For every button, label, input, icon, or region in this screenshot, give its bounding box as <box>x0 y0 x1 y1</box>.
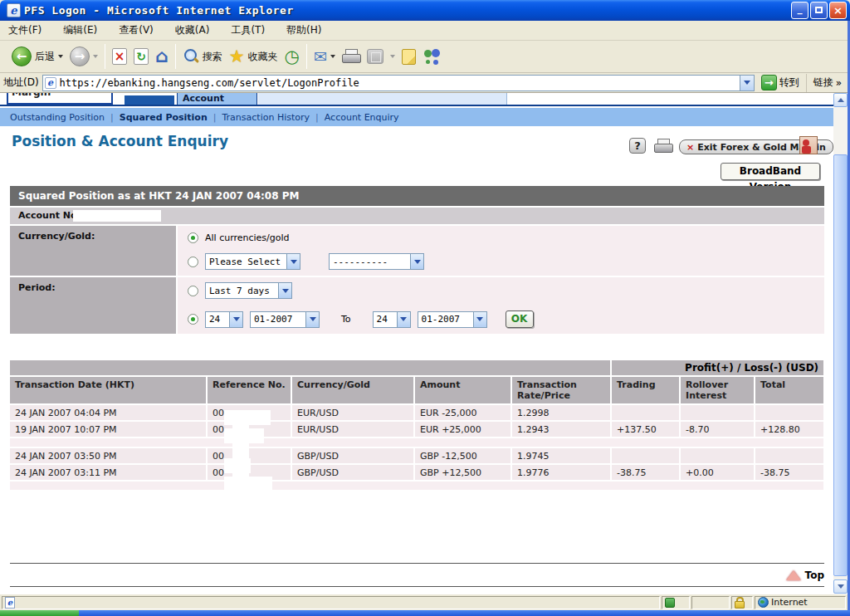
links-menu[interactable]: 链接 » <box>806 74 847 92</box>
account-number-row: Account No.: <box>10 208 824 224</box>
logout-door-icon[interactable] <box>799 136 818 154</box>
subnav-bar: Outstanding Position | Squared Position … <box>0 108 833 126</box>
menu-tools[interactable]: 工具(T) <box>231 23 265 37</box>
redaction-box <box>224 477 272 491</box>
from-month-select[interactable]: 01-2007 <box>250 311 320 328</box>
scroll-down-button[interactable] <box>833 579 848 594</box>
cell-amount: EUR -25,000 <box>415 405 512 422</box>
edit-note-button[interactable] <box>402 49 416 65</box>
profit-loss-header: Profit(+) / Loss(-) (USD) <box>612 360 825 377</box>
home-button[interactable]: ⌂ <box>155 47 169 66</box>
links-chevron-icon: » <box>836 77 842 89</box>
cell-total <box>755 448 825 465</box>
history-icon: ◷ <box>285 46 300 66</box>
search-icon <box>183 48 199 65</box>
mail-button[interactable]: ✉ <box>314 48 335 65</box>
address-dropdown-button[interactable] <box>740 76 754 90</box>
back-button[interactable]: ← 后退 <box>12 46 63 66</box>
address-label: 地址(D) <box>3 76 39 90</box>
cell-amount: EUR +25,000 <box>415 422 512 438</box>
to-month-select[interactable]: 01-2007 <box>418 311 487 328</box>
tab-account-enquiry[interactable]: Account Enquiry <box>177 93 257 105</box>
taskbar-edge <box>79 610 850 616</box>
top-link[interactable]: Top <box>10 566 824 584</box>
search-button[interactable]: 搜索 <box>183 48 222 65</box>
back-dropdown-icon[interactable] <box>58 55 63 58</box>
refresh-button[interactable]: ↻ <box>134 48 149 65</box>
print-page-button[interactable] <box>654 139 672 154</box>
last7-select[interactable]: Last 7 days <box>205 282 292 299</box>
messenger-button[interactable] <box>423 48 442 65</box>
cell-rate: 1.2998 <box>512 405 612 422</box>
chevron-down-icon[interactable] <box>286 254 300 269</box>
from-day-select[interactable]: 24 <box>205 311 243 328</box>
col-amount: Amount <box>415 377 512 405</box>
help-button[interactable]: ? <box>629 138 646 154</box>
top-arrow-icon <box>786 570 801 580</box>
status-zone-pane: Internet <box>755 596 846 609</box>
title-bar[interactable]: e PFS Logon - Microsoft Internet Explore… <box>0 0 850 21</box>
chevron-down-icon[interactable] <box>410 254 423 269</box>
subnav-squared-position[interactable]: Squared Position <box>120 112 208 123</box>
all-currencies-radio[interactable] <box>188 232 198 243</box>
tab-solid[interactable] <box>125 95 174 105</box>
lock-icon <box>735 597 744 608</box>
tab-margin-clipped[interactable]: Margin <box>7 93 113 105</box>
cell-rollover <box>681 405 755 422</box>
cell-rollover: +0.00 <box>681 465 755 482</box>
history-button[interactable]: ◷ <box>285 48 300 66</box>
stop-button[interactable]: × <box>112 48 127 65</box>
vertical-scrollbar[interactable] <box>833 93 848 594</box>
last7-select-value: Last 7 days <box>206 286 278 296</box>
taskbar-sliver[interactable] <box>0 610 850 616</box>
cell-date: 24 JAN 2007 04:04 PM <box>10 405 208 422</box>
links-label: 链接 <box>813 76 833 90</box>
subnav-account-enquiry[interactable]: Account Enquiry <box>325 112 399 123</box>
home-icon: ⌂ <box>155 46 169 66</box>
restore-button[interactable] <box>810 2 828 19</box>
col-rollover-interest: Rollover Interest <box>681 377 755 405</box>
go-button[interactable]: → 转到 <box>758 75 803 90</box>
chevron-down-icon[interactable] <box>473 312 486 327</box>
ok-button[interactable]: OK <box>506 310 534 328</box>
mail-icon: ✉ <box>314 48 327 65</box>
subnav-outstanding-position[interactable]: Outstanding Position <box>10 112 105 123</box>
menu-file[interactable]: 文件(F) <box>8 23 42 37</box>
subnav-transaction-history[interactable]: Transaction History <box>222 112 310 123</box>
chevron-down-icon[interactable] <box>229 312 242 327</box>
last7-radio[interactable] <box>188 286 198 296</box>
chevron-down-icon[interactable] <box>278 283 291 298</box>
subnav-separator: | <box>213 112 217 123</box>
minimize-button[interactable]: _ <box>791 2 808 19</box>
close-button[interactable]: × <box>829 2 847 19</box>
ie-logo-icon: e <box>7 3 21 17</box>
start-button-edge[interactable] <box>0 610 79 616</box>
refresh-icon: ↻ <box>136 50 146 63</box>
currency-select[interactable]: Please Select <box>205 253 300 270</box>
forward-button[interactable]: → <box>70 46 98 66</box>
zone-label: Internet <box>771 597 808 608</box>
menu-favorites[interactable]: 收藏(A) <box>175 23 210 37</box>
chevron-down-icon[interactable] <box>305 312 319 327</box>
scrollbar-thumb[interactable] <box>833 154 848 576</box>
toolbar: ← 后退 → × ↻ ⌂ 搜索 ★ 收藏夹 ◷ <box>0 41 850 73</box>
print-button[interactable] <box>342 49 360 64</box>
to-day-select[interactable]: 24 <box>373 311 411 328</box>
cell-trading: +137.50 <box>612 422 681 438</box>
minimize-icon: _ <box>792 2 808 14</box>
broadband-version-button[interactable]: BroadBand Version <box>721 163 820 180</box>
favorites-button[interactable]: ★ 收藏夹 <box>229 48 278 66</box>
date-range-radio[interactable] <box>188 314 198 325</box>
menu-view[interactable]: 查看(V) <box>119 23 154 37</box>
chevron-down-icon[interactable] <box>397 312 410 327</box>
menu-help[interactable]: 帮助(H) <box>286 23 321 37</box>
mail-dropdown-icon[interactable] <box>330 55 335 58</box>
address-input[interactable]: e https://ebanking.hangseng.com/servlet/… <box>42 75 755 91</box>
scroll-up-button[interactable] <box>833 93 848 107</box>
url-text[interactable]: https://ebanking.hangseng.com/servlet/Lo… <box>60 77 740 89</box>
currency-select-2[interactable]: ---------- <box>329 253 424 270</box>
status-bar: e Internet <box>0 594 848 610</box>
select-currency-radio[interactable] <box>188 257 198 267</box>
from-day-value: 24 <box>206 314 229 325</box>
menu-edit[interactable]: 编辑(E) <box>63 23 97 37</box>
